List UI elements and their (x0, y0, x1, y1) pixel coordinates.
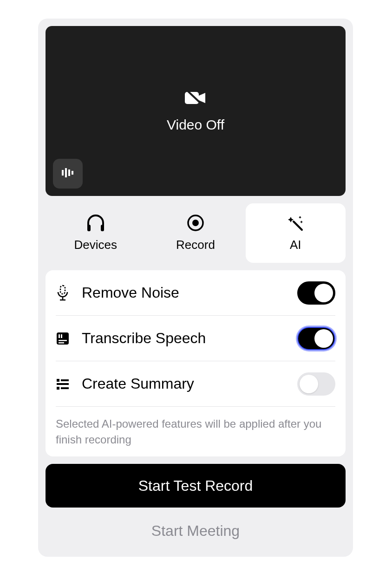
svg-rect-11 (60, 286, 65, 294)
option-create-summary: Create Summary (56, 361, 335, 407)
toggle-transcribe-speech[interactable] (297, 327, 335, 350)
audio-bars-icon (61, 168, 74, 179)
tab-label: AI (290, 238, 301, 252)
video-off-icon (184, 89, 207, 109)
tab-label: Devices (74, 238, 117, 252)
option-label: Remove Noise (74, 284, 297, 301)
svg-rect-5 (72, 171, 73, 175)
start-test-record-button[interactable]: Start Test Record (46, 464, 346, 508)
svg-rect-7 (101, 225, 104, 231)
svg-rect-2 (62, 170, 64, 176)
tab-record[interactable]: Record (145, 203, 245, 263)
meeting-setup-card: Video Off Devices (38, 19, 353, 557)
summary-list-icon (56, 378, 74, 390)
svg-rect-19 (57, 379, 59, 382)
video-preview: Video Off (46, 26, 346, 196)
transcript-icon (56, 332, 74, 345)
option-label: Create Summary (74, 375, 297, 392)
svg-rect-15 (59, 334, 60, 338)
tab-label: Record (176, 238, 215, 252)
video-status-label: Video Off (167, 117, 224, 133)
svg-rect-17 (59, 340, 67, 341)
toggle-create-summary[interactable] (297, 372, 335, 396)
option-remove-noise: Remove Noise (56, 270, 335, 316)
svg-line-10 (294, 221, 302, 230)
svg-rect-4 (68, 169, 70, 176)
start-meeting-button[interactable]: Start Meeting (46, 512, 346, 549)
ai-hint-text: Selected AI-powered features will be app… (56, 407, 335, 447)
magic-wand-icon (286, 215, 305, 231)
tab-ai[interactable]: AI (246, 203, 346, 263)
option-transcribe-speech: Transcribe Speech (56, 316, 335, 361)
ai-options-panel: Remove Noise Transcribe Speech (46, 270, 346, 456)
svg-point-9 (192, 220, 199, 226)
svg-rect-3 (65, 168, 67, 177)
svg-rect-23 (61, 387, 69, 389)
record-icon (187, 215, 204, 231)
audio-level-indicator[interactable] (53, 159, 83, 189)
svg-rect-16 (61, 334, 62, 338)
svg-rect-22 (57, 387, 59, 390)
svg-rect-6 (87, 225, 91, 231)
headphones-icon (86, 215, 105, 231)
settings-tabs: Devices Record AI (46, 203, 346, 263)
svg-rect-18 (59, 342, 64, 344)
option-label: Transcribe Speech (74, 330, 297, 347)
tab-devices[interactable]: Devices (46, 203, 145, 263)
svg-rect-21 (57, 383, 69, 385)
svg-rect-20 (61, 379, 69, 381)
microphone-noise-icon (56, 285, 74, 301)
toggle-remove-noise[interactable] (297, 281, 335, 305)
